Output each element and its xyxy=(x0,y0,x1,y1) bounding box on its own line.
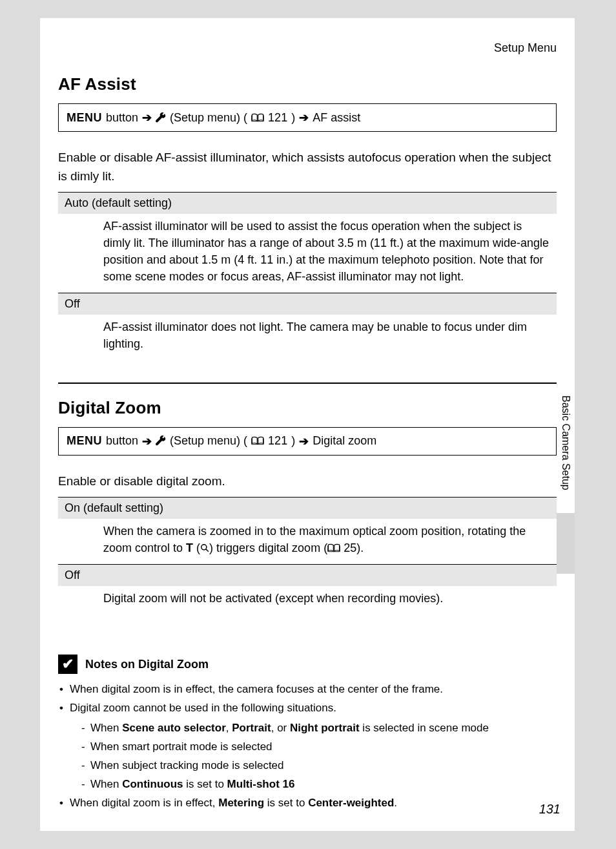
table-row: When the camera is zoomed in to the maxi… xyxy=(58,519,557,565)
page-ref-121: 121 xyxy=(268,434,287,448)
list-item: Digital zoom cannot be used in the follo… xyxy=(59,699,557,793)
digital-zoom-intro: Enable or disable digital zoom. xyxy=(58,472,557,491)
option-desc-off: Digital zoom will not be activated (exce… xyxy=(58,586,557,614)
list-item: When subject tracking mode is selected xyxy=(81,757,557,775)
close-paren: ) xyxy=(291,434,295,448)
list-item: When Continuous is set to Multi-shot 16 xyxy=(81,775,557,794)
button-word: button xyxy=(106,434,138,448)
af-assist-intro: Enable or disable AF-assist illuminator,… xyxy=(58,149,557,185)
svg-line-1 xyxy=(206,549,209,552)
option-desc-off: AF-assist illuminator does not light. Th… xyxy=(58,315,557,360)
magnify-icon xyxy=(200,541,209,554)
breadcrumb-af-assist: MENU button ➔ (Setup menu) ( 121) ➔ AF a… xyxy=(58,103,557,132)
list-item: When digital zoom is in effect, Metering… xyxy=(59,794,557,813)
list-item: When smart portrait mode is selected xyxy=(81,738,557,757)
table-row: AF-assist illuminator does not light. Th… xyxy=(58,315,557,360)
option-name-off: Off xyxy=(58,565,557,587)
notes-section: ✔ Notes on Digital Zoom When digital zoo… xyxy=(58,655,557,812)
document-page: Setup Menu AF Assist MENU button ➔ (Setu… xyxy=(40,18,575,831)
dz-options-table: On (default setting) When the camera is … xyxy=(58,497,557,614)
table-row: Digital zoom will not be activated (exce… xyxy=(58,586,557,614)
section-title-af-assist: AF Assist xyxy=(58,74,557,94)
side-tab-block xyxy=(557,513,575,574)
book-icon xyxy=(251,111,264,125)
menu-button-label: MENU xyxy=(67,434,102,448)
arrow-right-icon: ➔ xyxy=(142,434,152,448)
list-item: When digital zoom is in effect, the came… xyxy=(59,680,557,699)
table-row: On (default setting) xyxy=(58,498,557,519)
arrow-right-icon: ➔ xyxy=(142,110,152,125)
table-row: Off xyxy=(58,565,557,587)
page-ref-25: 25 xyxy=(344,541,356,554)
checkmark-badge-icon: ✔ xyxy=(58,655,77,674)
notes-title: Notes on Digital Zoom xyxy=(85,658,209,671)
table-row: Off xyxy=(58,293,557,315)
setup-menu-text: (Setup menu) ( xyxy=(170,434,247,448)
option-name-on: On (default setting) xyxy=(58,498,557,519)
book-icon xyxy=(251,434,264,448)
wrench-icon xyxy=(156,111,166,125)
option-name-off: Off xyxy=(58,293,557,315)
list-item: When Scene auto selector, Portrait, or N… xyxy=(81,719,557,738)
section-divider xyxy=(58,383,557,384)
menu-button-label: MENU xyxy=(67,111,102,125)
table-row: Auto (default setting) xyxy=(58,193,557,215)
setup-menu-text: (Setup menu) ( xyxy=(170,111,247,125)
page-ref-121: 121 xyxy=(268,111,287,125)
table-row: AF-assist illuminator will be used to as… xyxy=(58,214,557,293)
svg-point-0 xyxy=(201,545,207,550)
side-tab: Basic Camera Setup xyxy=(557,393,575,574)
book-icon xyxy=(327,541,340,554)
arrow-right-icon: ➔ xyxy=(299,434,309,448)
breadcrumb-dest: AF assist xyxy=(313,111,360,125)
option-desc-on: When the camera is zoomed in to the maxi… xyxy=(58,519,557,565)
breadcrumb-digital-zoom: MENU button ➔ (Setup menu) ( 121) ➔ Digi… xyxy=(58,427,557,456)
arrow-right-icon: ➔ xyxy=(299,110,309,125)
page-header-label: Setup Menu xyxy=(58,41,557,55)
breadcrumb-dest: Digital zoom xyxy=(313,434,376,448)
close-paren: ) xyxy=(291,111,295,125)
section-title-digital-zoom: Digital Zoom xyxy=(58,398,557,418)
button-word: button xyxy=(106,111,138,125)
t-telephoto-letter: T xyxy=(186,541,193,554)
side-tab-label: Basic Camera Setup xyxy=(560,393,571,509)
option-name-auto: Auto (default setting) xyxy=(58,193,557,215)
option-desc-auto: AF-assist illuminator will be used to as… xyxy=(58,214,557,293)
af-options-table: Auto (default setting) AF-assist illumin… xyxy=(58,192,557,361)
wrench-icon xyxy=(156,434,166,448)
page-number: 131 xyxy=(539,802,560,817)
page-content: Setup Menu AF Assist MENU button ➔ (Setu… xyxy=(40,18,575,813)
